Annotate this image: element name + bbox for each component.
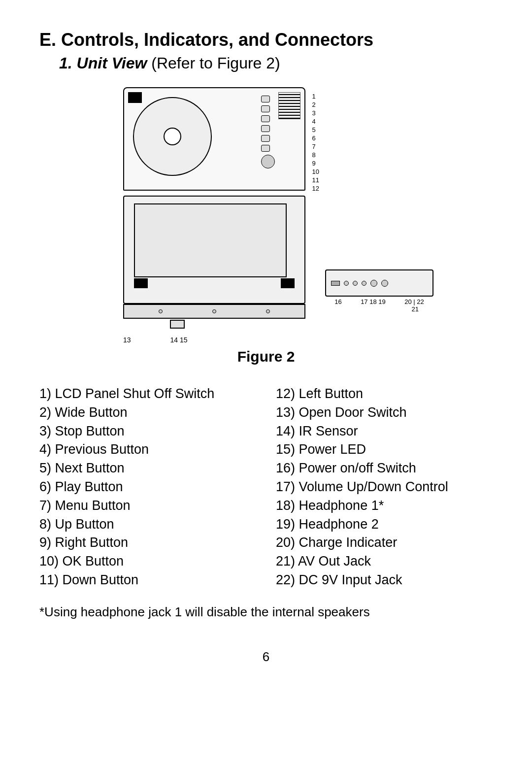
control-item-10: 10) OK Button (39, 552, 256, 571)
ctrl-btn-4 (261, 125, 270, 132)
figure-container: 1 2 3 4 5 6 7 8 9 10 11 12 (39, 87, 493, 380)
ctrl-btn-round (261, 155, 275, 168)
connector-dot-2 (212, 309, 216, 313)
side-connectors (331, 280, 388, 287)
control-item-15: 15) Power LED (276, 440, 493, 459)
black-square-top-left (128, 92, 142, 103)
bottom-unit (123, 196, 305, 304)
ctrl-btn-6 (261, 145, 270, 152)
control-item-13: 13) Open Door Switch (276, 403, 493, 422)
top-unit: 1 2 3 4 5 6 7 8 9 10 11 12 (123, 87, 305, 191)
side-conn-dot-3 (362, 281, 366, 286)
bottom-numbers-main: 13 14 15 (123, 336, 188, 344)
control-item-7: 7) Menu Button (39, 497, 256, 515)
control-item-9: 9) Right Button (39, 534, 256, 552)
control-item-16: 16) Power on/off Switch (276, 459, 493, 478)
stand-base (170, 320, 185, 329)
side-unit-numbers: 16 17 18 19 20 | 22 21 (325, 298, 433, 313)
page-number: 6 (39, 649, 493, 665)
control-item-22: 22) DC 9V Input Jack (276, 571, 493, 590)
control-item-21: 21) AV Out Jack (276, 552, 493, 571)
side-conn-dot-2 (353, 281, 358, 286)
ctrl-btn-1 (261, 96, 270, 102)
number-labels-right: 1 2 3 4 5 6 7 8 9 10 11 12 (312, 93, 319, 192)
control-item-19: 19) Headphone 2 (276, 515, 493, 534)
ctrl-btn-5 (261, 135, 270, 142)
figure-caption: Figure 2 (237, 348, 295, 365)
controls-left-column: 1) LCD Panel Shut Off Switch 2) Wide But… (39, 385, 256, 590)
lcd-screen (134, 203, 287, 277)
control-item-2: 2) Wide Button (39, 403, 256, 422)
controls-right-column: 12) Left Button 13) Open Door Switch 14)… (276, 385, 493, 590)
side-unit (325, 269, 433, 297)
section-title: E. Controls, Indicators, and Connectors (39, 30, 493, 50)
control-item-12: 12) Left Button (276, 385, 493, 403)
controls-list: 1) LCD Panel Shut Off Switch 2) Wide But… (39, 385, 493, 590)
black-square-bottom-right (281, 278, 295, 288)
ctrl-btn-3 (261, 115, 270, 122)
ctrl-btn-2 (261, 105, 270, 112)
control-buttons-area (261, 96, 275, 168)
control-item-17: 17) Volume Up/Down Control (276, 478, 493, 497)
side-conn-4 (370, 280, 377, 287)
control-item-5: 5) Next Button (39, 459, 256, 478)
control-item-14: 14) IR Sensor (276, 422, 493, 441)
side-conn-1 (331, 281, 340, 286)
unit-view-label: 1. Unit View (59, 54, 147, 72)
control-item-3: 3) Stop Button (39, 422, 256, 441)
side-conn-dot-1 (344, 281, 349, 286)
speaker-grill (278, 92, 300, 119)
black-square-bottom-left (134, 278, 148, 288)
connector-strip (123, 304, 305, 319)
cd-center-hole (164, 128, 181, 145)
control-item-6: 6) Play Button (39, 478, 256, 497)
footnote: *Using headphone jack 1 will disable the… (39, 604, 493, 620)
side-conn-5 (381, 280, 388, 287)
connector-dot-1 (159, 309, 163, 313)
unit-view-suffix: (Refer to Figure 2) (147, 54, 280, 72)
unit-view-title: 1. Unit View (Refer to Figure 2) (59, 54, 493, 72)
control-item-11: 11) Down Button (39, 571, 256, 590)
connector-dot-3 (266, 309, 270, 313)
control-item-1: 1) LCD Panel Shut Off Switch (39, 385, 256, 403)
control-item-20: 20) Charge Indicater (276, 534, 493, 552)
control-item-18: 18) Headphone 1* (276, 497, 493, 515)
control-item-8: 8) Up Button (39, 515, 256, 534)
cd-disc (133, 97, 212, 176)
device-diagram: 1 2 3 4 5 6 7 8 9 10 11 12 (94, 87, 438, 343)
control-item-4: 4) Previous Button (39, 440, 256, 459)
